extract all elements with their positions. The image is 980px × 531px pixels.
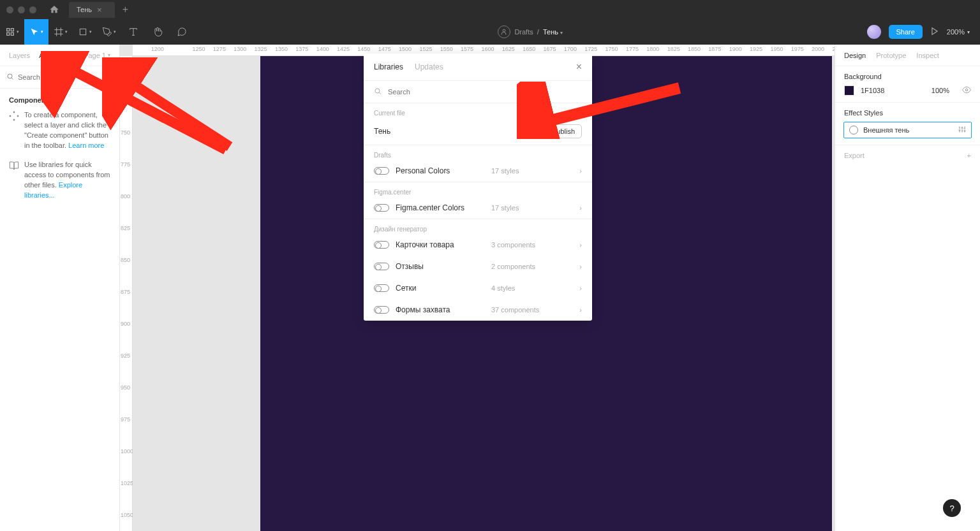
- hand-tool[interactable]: [145, 19, 170, 45]
- breadcrumb-parent[interactable]: Drafts: [514, 28, 533, 36]
- zoom-level[interactable]: 200%▾: [947, 28, 970, 36]
- modal-tab-updates[interactable]: Updates: [415, 62, 443, 71]
- library-row[interactable]: Figma.center Colors 17 styles ›: [364, 197, 592, 219]
- main-toolbar: ▾ ▾ ▾ ▾ ▾ Drafts / Тень ▾ Share 200%▾: [0, 19, 980, 45]
- svg-rect-18: [13, 112, 15, 113]
- annotation-arrow: [517, 82, 689, 139]
- search-icon: [374, 87, 382, 96]
- svg-rect-2: [7, 33, 10, 35]
- traffic-lights: [6, 6, 36, 13]
- tab-layers[interactable]: Layers: [9, 52, 30, 59]
- library-toggle[interactable]: [374, 204, 389, 212]
- library-name: Figma.center Colors: [396, 203, 485, 212]
- menu-tool[interactable]: ▾: [0, 19, 24, 45]
- effect-style-name: Внешняя тень: [863, 126, 909, 134]
- library-name: Сетки: [396, 284, 485, 293]
- tab-design[interactable]: Design: [844, 52, 866, 59]
- close-icon[interactable]: ×: [97, 5, 102, 15]
- background-hex[interactable]: 1F1038: [861, 87, 899, 94]
- min-dot[interactable]: [18, 6, 25, 13]
- library-meta: 2 components: [491, 263, 573, 270]
- chevron-right-icon: ›: [579, 306, 582, 314]
- background-opacity[interactable]: 100%: [932, 87, 949, 94]
- chevron-right-icon: ›: [579, 204, 582, 212]
- library-name: Personal Colors: [396, 166, 485, 175]
- effect-style-item[interactable]: Внешняя тень: [843, 122, 972, 138]
- library-row[interactable]: Сетки4 styles›: [364, 277, 592, 299]
- svg-rect-21: [17, 115, 19, 117]
- effect-styles-heading: Effect Styles: [844, 109, 971, 117]
- library-row[interactable]: Personal Colors 17 styles ›: [364, 160, 592, 182]
- svg-point-11: [503, 29, 505, 32]
- chevron-right-icon: ›: [579, 167, 582, 175]
- current-file-name: Тень: [374, 127, 538, 136]
- pen-tool[interactable]: ▾: [97, 19, 121, 45]
- present-button[interactable]: [930, 27, 939, 37]
- close-dot[interactable]: [6, 6, 13, 13]
- tab-inspect[interactable]: Inspect: [916, 52, 939, 59]
- library-toggle[interactable]: [374, 241, 389, 249]
- library-row[interactable]: Отзывы2 components›: [364, 256, 592, 277]
- group-design-generator: Дизайн генератор: [364, 219, 592, 234]
- library-meta: 37 components: [491, 306, 573, 314]
- shape-tool[interactable]: ▾: [73, 19, 97, 45]
- tab-prototype[interactable]: Prototype: [876, 52, 906, 59]
- background-heading: Background: [844, 73, 971, 80]
- library-meta: 3 components: [491, 241, 573, 249]
- library-row[interactable]: Карточки товара3 components›: [364, 234, 592, 256]
- svg-line-14: [11, 78, 13, 79]
- add-export-button[interactable]: +: [967, 152, 971, 159]
- modal-close-button[interactable]: ×: [576, 61, 582, 73]
- background-swatch[interactable]: [844, 85, 854, 96]
- right-panel: Design Prototype Inspect Background 1F10…: [835, 45, 980, 531]
- svg-line-36: [121, 76, 230, 147]
- chevron-right-icon: ›: [579, 241, 582, 249]
- text-tool[interactable]: [121, 19, 145, 45]
- svg-rect-19: [13, 119, 15, 120]
- comment-tool[interactable]: [170, 19, 194, 45]
- file-tab-name: Тень: [77, 6, 92, 13]
- frame-tool[interactable]: ▾: [48, 19, 73, 45]
- user-avatar[interactable]: [867, 25, 881, 39]
- breadcrumb-current[interactable]: Тень: [543, 28, 558, 36]
- group-drafts: Drafts: [364, 145, 592, 160]
- export-heading: Export: [844, 152, 865, 159]
- visibility-icon[interactable]: [962, 85, 971, 96]
- svg-line-33: [379, 92, 380, 94]
- library-toggle[interactable]: [374, 306, 389, 314]
- chevron-right-icon: ›: [579, 263, 582, 270]
- breadcrumb[interactable]: Drafts / Тень ▾: [514, 28, 563, 36]
- file-tab[interactable]: Тень ×: [69, 2, 115, 18]
- adjust-icon[interactable]: [958, 126, 966, 135]
- max-dot[interactable]: [29, 6, 36, 13]
- move-tool[interactable]: ▾: [24, 19, 48, 45]
- svg-point-13: [8, 74, 12, 78]
- library-name: Отзывы: [396, 262, 485, 271]
- library-row[interactable]: Формы захвата37 components›: [364, 299, 592, 321]
- svg-marker-12: [932, 28, 937, 35]
- library-name: Карточки товара: [396, 240, 485, 249]
- owner-avatar-icon: [498, 25, 510, 38]
- modal-tab-libraries[interactable]: Libraries: [374, 62, 403, 71]
- help-button[interactable]: ?: [943, 499, 961, 517]
- library-toggle[interactable]: [374, 167, 389, 175]
- svg-point-32: [375, 89, 380, 93]
- window-titlebar: Тень × +: [0, 0, 980, 19]
- share-button[interactable]: Share: [889, 25, 923, 39]
- component-icon: [9, 111, 19, 151]
- library-toggle[interactable]: [374, 263, 389, 270]
- svg-rect-0: [7, 29, 10, 31]
- effect-swatch-icon: [849, 126, 858, 135]
- svg-rect-8: [80, 29, 85, 34]
- svg-rect-20: [10, 115, 11, 117]
- group-figma-center: Figma.center: [364, 182, 592, 197]
- library-toggle[interactable]: [374, 284, 389, 292]
- library-meta: 17 styles: [491, 167, 573, 175]
- book-icon: [9, 161, 19, 201]
- svg-line-37: [533, 88, 679, 125]
- search-icon: [6, 73, 14, 82]
- libraries-hint-text: Use libraries for quick access to compon…: [24, 160, 110, 201]
- home-icon[interactable]: [49, 4, 59, 15]
- chevron-right-icon: ›: [579, 284, 582, 292]
- new-tab-button[interactable]: +: [122, 4, 128, 15]
